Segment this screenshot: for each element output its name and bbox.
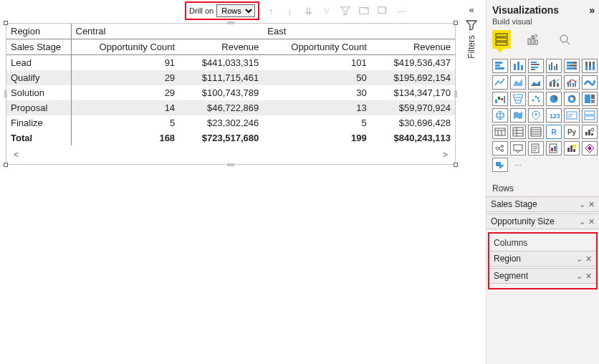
slicer-icon[interactable]	[510, 125, 526, 139]
columns-field-segment[interactable]: Segment ⌄✕	[489, 268, 596, 284]
table-icon[interactable]	[528, 125, 544, 139]
card-icon[interactable]	[564, 108, 580, 123]
chevron-down-icon[interactable]: ⌄	[579, 200, 585, 209]
power-apps-icon[interactable]	[582, 141, 598, 155]
multi-row-card-icon[interactable]	[582, 108, 598, 123]
svg-rect-14	[521, 65, 523, 70]
pin-icon[interactable]	[377, 5, 388, 16]
pie-chart-icon[interactable]	[546, 92, 562, 106]
drill-down-icon[interactable]: ↓	[284, 5, 295, 16]
line-stacked-column-icon[interactable]	[546, 75, 562, 90]
visualizations-pane: Visualizations » Build visual	[486, 0, 599, 364]
filters-pane-collapsed[interactable]: « Filters	[463, 4, 480, 59]
key-influencers-icon[interactable]	[492, 141, 508, 155]
scatter-icon[interactable]	[528, 92, 544, 106]
gauge-icon[interactable]: 123	[546, 108, 562, 123]
paginated-report-icon[interactable]	[564, 141, 580, 155]
more-options-icon[interactable]: ⋯	[396, 5, 407, 16]
expand-next-icon[interactable]: ⑂	[321, 5, 332, 16]
expand-all-icon[interactable]: ⇊	[302, 5, 314, 16]
clustered-bar-icon[interactable]	[528, 59, 544, 73]
svg-rect-4	[496, 42, 507, 45]
azure-map-icon[interactable]	[528, 108, 544, 123]
svg-rect-102	[570, 145, 572, 152]
analytics-tab[interactable]	[555, 30, 574, 49]
smart-narrative-icon[interactable]	[546, 141, 562, 155]
funnel-chart-icon[interactable]	[510, 92, 526, 106]
drill-on-control[interactable]: Drill on Rows	[185, 1, 259, 20]
build-visual-tab[interactable]	[492, 30, 511, 49]
chevron-down-icon[interactable]: ⌄	[576, 272, 583, 281]
area-chart-icon[interactable]	[510, 75, 526, 90]
svg-rect-48	[504, 96, 505, 103]
line-chart-icon[interactable]	[492, 75, 508, 90]
collapse-viz-icon[interactable]: »	[589, 4, 595, 16]
matrix-visual[interactable]: Region Central East Sales Stage Opportun…	[6, 23, 456, 165]
svg-rect-99	[551, 148, 553, 151]
col-header-east[interactable]: East	[263, 24, 455, 39]
remove-field-icon[interactable]: ✕	[588, 200, 595, 209]
svg-rect-18	[531, 69, 535, 70]
svg-rect-32	[589, 62, 591, 67]
expand-filters-icon[interactable]: «	[469, 4, 474, 15]
clustered-column-icon[interactable]	[546, 59, 562, 73]
map-icon[interactable]	[492, 108, 508, 123]
matrix-icon[interactable]: R	[546, 125, 562, 139]
python-visual-icon[interactable]	[582, 125, 598, 139]
svg-rect-101	[567, 148, 570, 152]
donut-chart-icon[interactable]	[564, 92, 580, 106]
chevron-down-icon[interactable]: ⌄	[579, 217, 585, 226]
measure-header: Revenue	[371, 39, 455, 55]
line-clustered-column-icon[interactable]	[564, 75, 580, 90]
remove-field-icon[interactable]: ✕	[588, 217, 595, 226]
kpi-icon[interactable]	[492, 125, 508, 139]
table-row[interactable]: Solution29$100,743,78930$134,347,170	[6, 85, 455, 100]
stacked-area-icon[interactable]	[528, 75, 544, 90]
svg-rect-71	[585, 116, 595, 120]
svg-rect-10	[495, 64, 500, 67]
table-row[interactable]: Lead91$441,033,315101$419,536,437	[6, 55, 455, 71]
svg-rect-61	[591, 100, 595, 103]
columns-section-label: Columns	[489, 234, 596, 251]
scroll-right-icon[interactable]: >	[443, 150, 448, 160]
svg-point-104	[573, 145, 577, 148]
format-visual-tab[interactable]	[524, 30, 542, 49]
columns-field-region[interactable]: Region ⌄✕	[489, 251, 596, 267]
visual-toolbar: Drill on Rows ↑ ↓ ⇊ ⑂ ⋯	[6, 0, 456, 21]
focus-mode-icon[interactable]	[358, 5, 370, 16]
ribbon-chart-icon[interactable]	[582, 75, 598, 90]
svg-rect-46	[498, 97, 500, 100]
qa-visual-icon[interactable]	[528, 141, 544, 155]
remove-field-icon[interactable]: ✕	[585, 254, 592, 264]
measure-header: Revenue	[179, 39, 263, 55]
drill-up-icon[interactable]: ↑	[265, 5, 277, 16]
table-row[interactable]: Qualify29$111,715,46150$195,692,154	[6, 70, 455, 85]
columns-section-highlight: Columns Region ⌄✕ Segment ⌄✕	[488, 232, 598, 289]
rows-field-sales-stage[interactable]: Sales Stage ⌄✕	[487, 196, 599, 212]
horizontal-scrollbar[interactable]: < >	[6, 145, 455, 164]
filter-icon[interactable]	[340, 5, 351, 16]
rows-field-opportunity-size[interactable]: Opportunity Size ⌄✕	[487, 214, 599, 229]
drill-on-select[interactable]: Rows	[216, 4, 255, 17]
table-row[interactable]: Finalize5$23,302,2465$30,696,428	[6, 115, 455, 130]
scroll-left-icon[interactable]: <	[14, 150, 19, 160]
waterfall-icon[interactable]	[492, 92, 508, 106]
r-visual-icon[interactable]: Py	[564, 125, 580, 139]
remove-field-icon[interactable]: ✕	[585, 272, 592, 281]
svg-marker-49	[513, 95, 523, 103]
chevron-down-icon[interactable]: ⌄	[576, 254, 583, 264]
col-header-central[interactable]: Central	[71, 24, 263, 39]
filled-map-icon[interactable]	[510, 108, 526, 123]
stacked-column-100-icon[interactable]	[582, 59, 598, 73]
svg-rect-86	[591, 133, 593, 135]
stacked-bar-icon[interactable]	[492, 59, 508, 73]
svg-point-55	[537, 97, 540, 100]
stacked-column-icon[interactable]	[510, 59, 526, 73]
stacked-bar-100-icon[interactable]	[564, 59, 580, 73]
get-more-visuals-icon[interactable]: ⋯	[510, 158, 526, 172]
decomposition-tree-icon[interactable]	[510, 141, 526, 155]
svg-rect-21	[554, 66, 555, 70]
power-automate-icon[interactable]	[492, 158, 508, 172]
table-row[interactable]: Proposal14$46,722,86913$59,970,924	[6, 100, 455, 115]
treemap-icon[interactable]	[582, 92, 598, 106]
